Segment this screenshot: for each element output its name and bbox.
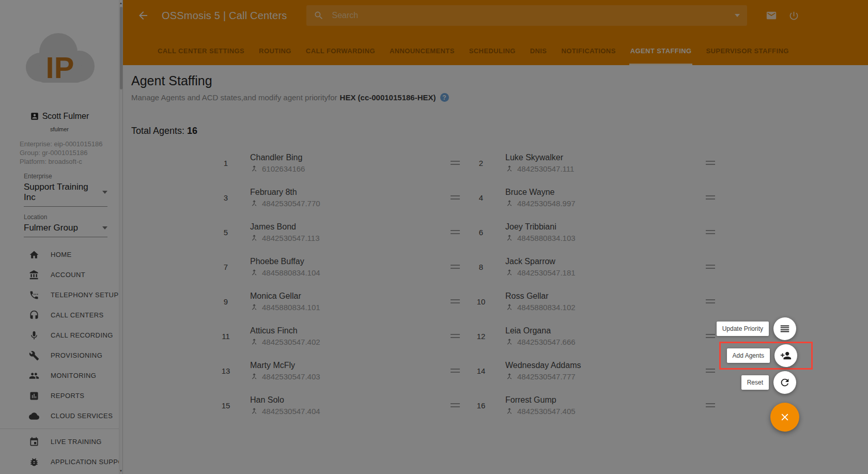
- add-agents-label: Add Agents: [727, 348, 770, 363]
- fab-action-update-priority: Update Priority: [717, 317, 796, 340]
- update-priority-label: Update Priority: [717, 322, 769, 336]
- person-add-icon: [780, 350, 792, 361]
- refresh-icon: [779, 377, 791, 388]
- app-root: IP Scott Fulmer sfulmer Enterprise: eip-…: [0, 0, 868, 474]
- reset-label: Reset: [741, 375, 769, 390]
- reorder-icon: [779, 323, 791, 334]
- fab-action-add-agents: Add Agents: [719, 342, 813, 370]
- add-agents-button[interactable]: [774, 344, 797, 367]
- fab-close-button[interactable]: [770, 403, 799, 432]
- reset-button[interactable]: [773, 371, 796, 394]
- fab-action-reset: Reset: [741, 371, 796, 394]
- update-priority-button[interactable]: [773, 317, 796, 340]
- close-icon: [779, 411, 791, 423]
- dim-overlay: [0, 0, 868, 474]
